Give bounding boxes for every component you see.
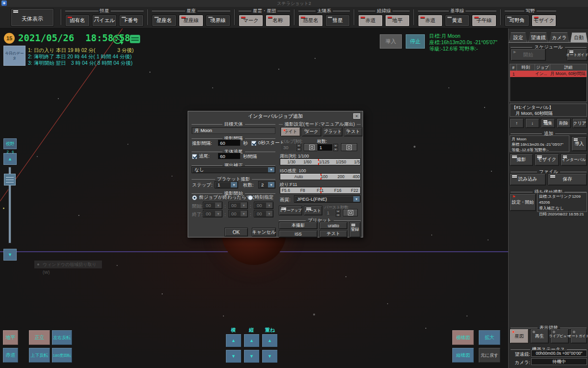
flip-horizontal-button[interactable]: 左右反転 (51, 330, 73, 345)
move-down-button[interactable]: ↓ (525, 118, 539, 128)
fov-zoom-out-button[interactable]: ▼ (3, 249, 17, 261)
spin-up-icon[interactable] (296, 144, 301, 147)
mode-light-button[interactable]: ライト (281, 127, 300, 136)
bracket-count-select[interactable]: 2 (258, 181, 275, 188)
count-repeat-button[interactable] (341, 143, 357, 151)
bulb-spinner[interactable] (296, 144, 301, 151)
exposure-compensation-select[interactable]: なし (192, 166, 275, 173)
toolbar-toggle-name[interactable]: 名称 (266, 15, 290, 26)
tab-settings[interactable]: 設定 (509, 32, 527, 42)
spin-down-icon[interactable] (336, 213, 341, 217)
add-interval-button[interactable]: インターバル (561, 154, 587, 166)
preset-register-button[interactable]: 登録 (349, 222, 361, 237)
tab-auto[interactable]: 自動 (570, 32, 588, 42)
add-goto-button[interactable]: 導入 (571, 136, 587, 151)
toolbar-toggle-mosaic[interactable]: モザイク (532, 15, 556, 26)
fov-zoom-in-button[interactable]: ▲ (3, 153, 17, 165)
flip-vertical-button[interactable]: 上下反転 (28, 347, 50, 363)
toolbar-toggle-planet-name[interactable]: 惑星名 (298, 15, 323, 26)
pan-horizontal-down-button[interactable]: ▼ (225, 349, 242, 363)
close-icon[interactable] (353, 113, 360, 119)
end-second-select[interactable]: 00 (254, 210, 273, 217)
clock-reset-icon[interactable] (112, 34, 124, 46)
view-playback-button[interactable]: 再生 (530, 329, 549, 343)
toolbar-toggle-constellation-name[interactable]: 星座名 (152, 15, 176, 26)
equatorial-mode-button[interactable]: 赤道 (2, 347, 19, 363)
cancel-button[interactable]: キャンセル (252, 228, 276, 237)
toolbar-toggle-ecliptic[interactable]: 黄道 (445, 15, 469, 26)
preset-uratto-button[interactable]: uratto (319, 222, 347, 229)
schedule-start-button[interactable]: ▶ 開始 (511, 49, 546, 61)
pan-overlap-down-button[interactable]: ▼ (262, 349, 278, 363)
exposure-slider[interactable]: 1/30 1/60 1/125 1/250 1/5 (280, 158, 361, 165)
schedule-row-selected[interactable]: 1 イン... 月 Moon, 60秒間隔 (510, 71, 587, 77)
celestial-display-button[interactable]: 天体表示 (11, 8, 54, 26)
view-liveview-button[interactable]: ライブビュー (550, 329, 569, 343)
delete-button[interactable]: 削除 (557, 118, 571, 128)
burst-sec-input[interactable]: 1 (324, 210, 335, 216)
zoom-in-composition-button[interactable]: 拡大 (478, 330, 501, 345)
bracket-step-select[interactable]: 1 (215, 181, 238, 188)
clear-button[interactable]: クリア (572, 118, 587, 128)
tracking-interval-input[interactable]: 60 (218, 153, 241, 159)
toolbar-toggle-comet[interactable]: 彗星 (325, 15, 350, 26)
preset-main-button[interactable]: 本撮影 (279, 222, 318, 229)
mode-test-button[interactable]: テスト (344, 127, 363, 136)
add-mosaic-button[interactable]: モザイク (535, 154, 559, 166)
mode-dark-button[interactable]: ダーク (302, 127, 321, 136)
undo-button[interactable]: 元に戻す (478, 347, 501, 363)
ambush-start-button[interactable]: ⚑ 設定・開始 (510, 193, 536, 211)
spin-up-icon[interactable] (333, 144, 338, 147)
toolbar-toggle-fov-angle[interactable]: 写野角 (505, 15, 529, 26)
horizon-mode-button[interactable]: 地平 (2, 330, 19, 345)
view-autoguide-button[interactable]: オートガイド (570, 329, 587, 343)
burst-sec-spinner[interactable] (336, 210, 341, 217)
burst-repeat-button[interactable] (343, 209, 358, 216)
end-hour-select[interactable]: 00 (203, 210, 222, 217)
tracking-checkbox[interactable]: 追尾: (192, 153, 210, 159)
preset-iss-button[interactable]: ISS (279, 230, 318, 237)
stop-button[interactable]: 停止 (406, 34, 425, 49)
toolbar-toggle-constellation-line[interactable]: 星座線 (179, 15, 203, 26)
pan-horizontal-up-button[interactable]: ▲ (225, 334, 242, 347)
start-timed-radio[interactable]: 時刻指定 (248, 194, 273, 201)
begin-hour-select[interactable]: 00 (203, 202, 222, 209)
mirror-up-button[interactable]: ミラーアップ (279, 206, 302, 215)
toolbar-toggle-meridian[interactable]: 子午線 (472, 15, 496, 26)
toolbar-toggle-proper-name[interactable]: 固有名 (65, 15, 90, 26)
fov-slider-handle[interactable] (4, 174, 16, 185)
burst-button[interactable]: バースト (304, 206, 322, 215)
aperture-slider[interactable]: F5.6 F8 F11 F16 F22 (280, 187, 361, 194)
toolbar-toggle-fnumber[interactable]: F番号 (119, 15, 144, 26)
rotate-180-button[interactable]: 180度回転 (51, 347, 73, 363)
toolbar-toggle-celestial-equator[interactable]: 赤道 (418, 15, 442, 26)
tab-camera[interactable]: カメラ (549, 32, 569, 42)
mode-flat-button[interactable]: フラット (323, 127, 343, 136)
upright-button[interactable]: 正立 (28, 330, 50, 345)
view-starchart-button[interactable]: 星図 (510, 329, 529, 343)
landscape-composition-button[interactable]: 横構図 (452, 330, 474, 345)
bulb-input[interactable]: 30 (281, 144, 296, 151)
toolbar-toggle-mark[interactable]: マーク (239, 15, 263, 26)
target-body-input[interactable]: 月 Moon (192, 127, 275, 134)
preset-test-button[interactable]: テスト (319, 230, 347, 237)
count-input[interactable]: 1 (317, 144, 333, 151)
spin-down-icon[interactable] (333, 148, 338, 151)
tab-telescope[interactable]: 望遠鏡 (528, 32, 548, 42)
toolbar-toggle-horizon-grid[interactable]: 地平 (385, 15, 410, 26)
iso-slider[interactable]: Auto 100 200 400 (280, 173, 361, 180)
schedule-table[interactable]: # 時刻 ジョブ 詳細 1 イン... 月 Moon, 60秒間隔 (510, 64, 587, 102)
toolbar-toggle-bayer[interactable]: バイエル (92, 15, 117, 26)
toolbar-toggle-equatorial-grid[interactable]: 赤道 (358, 15, 383, 26)
schedule-autoguide-button[interactable]: オートガイド (567, 49, 588, 61)
goto-button[interactable]: 導入 (380, 34, 402, 49)
pan-vertical-down-button[interactable]: ▼ (244, 349, 260, 363)
add-capture-button[interactable]: 撮影 (510, 154, 533, 166)
interval-input[interactable]: 60 (218, 139, 241, 146)
ok-button[interactable]: OK (224, 228, 248, 237)
pan-overlap-up-button[interactable]: ▲ (262, 334, 278, 347)
spin-up-icon[interactable] (336, 210, 341, 213)
quality-select[interactable]: JPEG-L(FINE) (294, 195, 361, 203)
portrait-composition-button[interactable]: 縦構図 (452, 347, 474, 363)
start-immediate-radio[interactable]: 前ジョブが終わったらすぐ (192, 194, 256, 201)
